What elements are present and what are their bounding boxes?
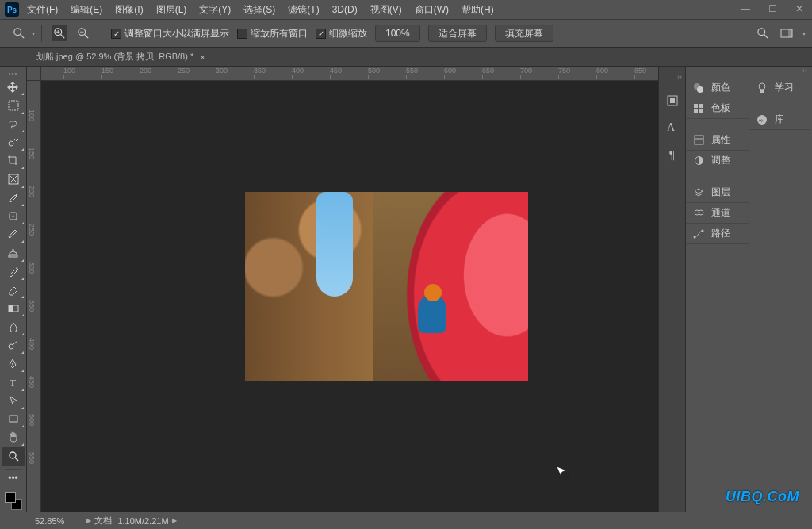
collapsed-panel-dock: ›› A| ¶ [658,67,685,512]
dodge-tool[interactable] [2,336,25,355]
hand-tool[interactable] [2,428,25,447]
panel-libraries[interactable]: ∞库 [749,109,811,130]
properties-icon [692,134,705,147]
clone-stamp-tool[interactable] [2,243,25,262]
document-tab-label: 划船.jpeg @ 52.9% (背景 拷贝, RGB/8) * [36,51,193,63]
tool-preset-dropdown[interactable]: ▾ [32,30,35,37]
panel-paths[interactable]: 路径 [686,224,749,244]
ruler-horizontal[interactable]: 5010015020025030035040045050055060065070… [41,67,658,81]
panel-layers[interactable]: 图层 [686,182,749,203]
menu-select[interactable]: 选择(S) [239,1,280,19]
zoom-out-icon[interactable] [75,25,91,41]
zoom-tool-icon [11,25,27,41]
canvas-area[interactable]: 5010015020025030035040045050055060065070… [27,67,658,512]
move-tool[interactable] [2,78,25,96]
paragraph-icon[interactable]: ¶ [665,148,680,162]
svg-line-7 [85,35,88,38]
ruler-vertical[interactable]: 50100150200250300350400450500550 [27,81,41,512]
fit-screen-button[interactable]: 适合屏幕 [428,25,487,42]
blur-tool[interactable] [2,317,25,335]
dock-collapse-icon[interactable]: ›› [659,73,685,81]
menu-file[interactable]: 文件(F) [22,1,63,19]
panel-learn[interactable]: 学习 [749,78,811,98]
channels-icon [692,207,705,220]
menu-type[interactable]: 文字(Y) [194,1,236,19]
document-tab-bar: 划船.jpeg @ 52.9% (背景 拷贝, RGB/8) * × [0,48,812,67]
window-minimize-button[interactable]: — [736,2,755,16]
crop-tool[interactable] [2,151,25,170]
adjust-icon [692,155,705,167]
panel-label: 颜色 [711,81,730,94]
document-tab-close-icon[interactable]: × [200,52,205,62]
history-brush-tool[interactable] [2,263,25,281]
menu-view[interactable]: 视图(V) [366,1,407,19]
menu-layer[interactable]: 图层(L) [151,1,192,19]
frame-tool[interactable] [2,170,25,188]
gradient-tool[interactable] [2,299,25,317]
panel-adjustments[interactable]: 调整 [686,151,749,171]
search-icon[interactable] [755,25,771,41]
panel-channels[interactable]: 通道 [686,203,749,224]
type-tool[interactable]: T [2,373,25,391]
workspace-dropdown[interactable]: ▾ [802,30,806,37]
panel-drag-handle-icon[interactable]: ••• [2,70,25,76]
svg-point-48 [759,83,765,90]
character-icon[interactable]: A| [665,121,680,135]
panel-label: 属性 [711,133,730,147]
resize-window-checkbox[interactable]: ✓调整窗口大小以满屏显示 [111,27,229,40]
rect-marquee-tool[interactable] [2,96,25,114]
eyedropper-tool[interactable] [2,189,25,207]
svg-rect-12 [788,29,792,37]
status-doc-size[interactable]: ▶ 文档: 1.10M/2.21M ▶ [86,515,176,527]
document-canvas[interactable] [245,192,528,381]
tools-panel: ••• T ••• [0,67,27,512]
edit-toolbar-icon[interactable]: ••• [2,471,25,485]
resize-window-label: 调整窗口大小以满屏显示 [124,27,229,40]
lasso-tool[interactable] [2,115,25,133]
svg-line-16 [9,174,18,184]
spot-heal-tool[interactable] [2,207,25,225]
dock-collapse-icon[interactable]: ›› [802,67,807,78]
panel-properties[interactable]: 属性 [686,130,749,151]
path-select-tool[interactable] [2,392,25,410]
zoom-all-windows-checkbox[interactable]: 缩放所有窗口 [237,27,308,40]
svg-point-19 [13,215,14,217]
document-tab[interactable]: 划船.jpeg @ 52.9% (背景 拷贝, RGB/8) * × [36,51,205,63]
fill-screen-button[interactable]: 填充屏幕 [495,25,553,42]
svg-rect-20 [9,255,17,257]
status-zoom-field[interactable]: 52.85% [35,516,64,526]
zoom-cursor-icon [555,465,571,481]
svg-rect-18 [10,213,17,220]
history-icon[interactable] [665,94,680,108]
svg-point-36 [697,86,703,93]
menu-window[interactable]: 窗口(W) [410,1,454,19]
svg-rect-22 [9,305,13,312]
status-doc-value: 1.10M/2.21M [117,516,168,526]
brush-tool[interactable] [2,225,25,243]
rectangle-tool[interactable] [2,410,25,428]
menu-image[interactable]: 图像(I) [110,1,147,19]
svg-rect-38 [699,104,703,108]
panel-label: 路径 [711,227,730,240]
zoom-100-button[interactable]: 100% [375,25,420,42]
panel-color[interactable]: 颜色 [686,78,749,98]
scrubby-zoom-checkbox[interactable]: ✓细微缩放 [316,27,367,40]
swatch-icon [692,82,705,94]
chevron-right-icon[interactable]: ▶ [172,517,177,524]
workspace-switcher-icon[interactable] [779,25,795,41]
quick-select-tool[interactable] [2,133,25,151]
zoom-in-icon[interactable] [52,25,67,41]
window-close-button[interactable]: ✕ [790,2,809,16]
eraser-tool[interactable] [2,281,25,299]
panel-swatches[interactable]: 色板 [686,98,749,119]
pen-tool[interactable] [2,355,25,373]
menu-3d[interactable]: 3D(D) [327,2,362,17]
panel-label: 学习 [775,81,794,94]
foreground-background-color[interactable] [3,490,24,512]
options-bar: ▾ ✓调整窗口大小以满屏显示 缩放所有窗口 ✓细微缩放 100% 适合屏幕 填充… [0,19,812,48]
menu-filter[interactable]: 滤镜(T) [283,1,324,19]
menu-edit[interactable]: 编辑(E) [66,1,107,19]
window-maximize-button[interactable]: ☐ [763,2,782,16]
menu-help[interactable]: 帮助(H) [457,1,499,19]
zoom-tool[interactable] [2,447,25,465]
